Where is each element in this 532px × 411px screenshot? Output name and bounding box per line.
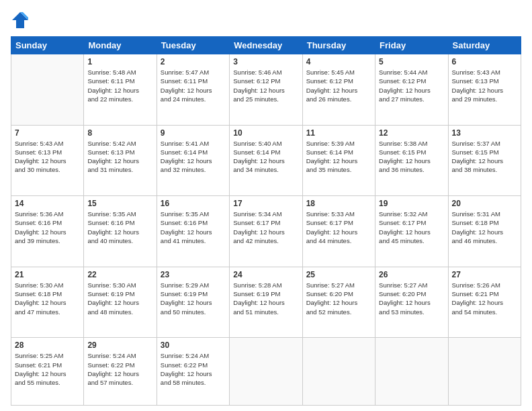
day-info: Sunrise: 5:37 AM Sunset: 6:15 PM Dayligh… bbox=[452, 139, 517, 175]
day-number: 3 bbox=[233, 57, 298, 66]
calendar-table: SundayMondayTuesdayWednesdayThursdayFrid… bbox=[11, 36, 521, 406]
day-info: Sunrise: 5:26 AM Sunset: 6:21 PM Dayligh… bbox=[452, 281, 517, 316]
day-number: 12 bbox=[379, 128, 444, 138]
day-number: 2 bbox=[161, 57, 226, 66]
day-number: 14 bbox=[15, 199, 80, 208]
day-number: 15 bbox=[87, 199, 152, 208]
svg-marker-0 bbox=[12, 12, 28, 28]
calendar-cell: 2Sunrise: 5:47 AM Sunset: 6:11 PM Daylig… bbox=[157, 54, 229, 126]
calendar-cell: 9Sunrise: 5:41 AM Sunset: 6:14 PM Daylig… bbox=[157, 125, 229, 196]
calendar-cell: 17Sunrise: 5:34 AM Sunset: 6:17 PM Dayli… bbox=[230, 196, 302, 267]
day-number: 28 bbox=[15, 340, 80, 350]
calendar-cell: 6Sunrise: 5:43 AM Sunset: 6:13 PM Daylig… bbox=[448, 54, 521, 126]
day-info: Sunrise: 5:48 AM Sunset: 6:11 PM Dayligh… bbox=[87, 68, 152, 103]
calendar-cell: 21Sunrise: 5:30 AM Sunset: 6:18 PM Dayli… bbox=[11, 267, 84, 338]
day-info: Sunrise: 5:24 AM Sunset: 6:22 PM Dayligh… bbox=[87, 351, 152, 387]
calendar-cell: 30Sunrise: 5:24 AM Sunset: 6:22 PM Dayli… bbox=[157, 338, 229, 406]
day-info: Sunrise: 5:27 AM Sunset: 6:20 PM Dayligh… bbox=[306, 281, 371, 316]
day-info: Sunrise: 5:36 AM Sunset: 6:16 PM Dayligh… bbox=[15, 210, 80, 245]
calendar-cell: 13Sunrise: 5:37 AM Sunset: 6:15 PM Dayli… bbox=[448, 125, 521, 196]
day-info: Sunrise: 5:44 AM Sunset: 6:12 PM Dayligh… bbox=[379, 68, 444, 103]
day-info: Sunrise: 5:30 AM Sunset: 6:19 PM Dayligh… bbox=[87, 281, 152, 316]
logo bbox=[11, 11, 32, 30]
calendar-cell bbox=[230, 338, 302, 406]
calendar-cell bbox=[11, 54, 84, 126]
day-number: 5 bbox=[379, 57, 444, 66]
day-info: Sunrise: 5:45 AM Sunset: 6:12 PM Dayligh… bbox=[306, 68, 371, 103]
calendar-cell: 7Sunrise: 5:43 AM Sunset: 6:13 PM Daylig… bbox=[11, 125, 84, 196]
calendar-cell: 11Sunrise: 5:39 AM Sunset: 6:14 PM Dayli… bbox=[302, 125, 375, 196]
day-number: 20 bbox=[452, 199, 517, 208]
calendar-cell: 22Sunrise: 5:30 AM Sunset: 6:19 PM Dayli… bbox=[84, 267, 157, 338]
day-info: Sunrise: 5:33 AM Sunset: 6:17 PM Dayligh… bbox=[306, 210, 371, 245]
day-number: 29 bbox=[87, 340, 152, 350]
weekday-header: Tuesday bbox=[157, 37, 229, 54]
day-info: Sunrise: 5:29 AM Sunset: 6:19 PM Dayligh… bbox=[161, 281, 226, 316]
day-info: Sunrise: 5:32 AM Sunset: 6:17 PM Dayligh… bbox=[379, 210, 444, 245]
day-number: 27 bbox=[452, 270, 517, 279]
calendar-cell: 8Sunrise: 5:42 AM Sunset: 6:13 PM Daylig… bbox=[84, 125, 157, 196]
day-info: Sunrise: 5:34 AM Sunset: 6:17 PM Dayligh… bbox=[233, 210, 298, 245]
weekday-header: Thursday bbox=[302, 37, 375, 54]
day-info: Sunrise: 5:35 AM Sunset: 6:16 PM Dayligh… bbox=[87, 210, 152, 245]
calendar-cell: 4Sunrise: 5:45 AM Sunset: 6:12 PM Daylig… bbox=[302, 54, 375, 126]
day-info: Sunrise: 5:30 AM Sunset: 6:18 PM Dayligh… bbox=[15, 281, 80, 316]
day-number: 11 bbox=[306, 128, 371, 138]
day-number: 8 bbox=[87, 128, 152, 138]
day-number: 13 bbox=[452, 128, 517, 138]
page-header bbox=[11, 11, 521, 30]
day-number: 25 bbox=[306, 270, 371, 279]
day-info: Sunrise: 5:47 AM Sunset: 6:11 PM Dayligh… bbox=[161, 68, 226, 103]
day-info: Sunrise: 5:28 AM Sunset: 6:19 PM Dayligh… bbox=[233, 281, 298, 316]
calendar-cell: 14Sunrise: 5:36 AM Sunset: 6:16 PM Dayli… bbox=[11, 196, 84, 267]
logo-icon bbox=[11, 11, 30, 30]
day-number: 30 bbox=[161, 340, 226, 350]
day-number: 18 bbox=[306, 199, 371, 208]
day-number: 10 bbox=[233, 128, 298, 138]
calendar-cell: 29Sunrise: 5:24 AM Sunset: 6:22 PM Dayli… bbox=[84, 338, 157, 406]
day-number: 7 bbox=[15, 128, 80, 138]
day-number: 4 bbox=[306, 57, 371, 66]
weekday-header: Friday bbox=[375, 37, 448, 54]
day-number: 23 bbox=[161, 270, 226, 279]
weekday-header: Sunday bbox=[11, 37, 84, 54]
day-number: 6 bbox=[452, 57, 517, 66]
day-number: 17 bbox=[233, 199, 298, 208]
day-number: 26 bbox=[379, 270, 444, 279]
calendar-cell: 25Sunrise: 5:27 AM Sunset: 6:20 PM Dayli… bbox=[302, 267, 375, 338]
day-number: 24 bbox=[233, 270, 298, 279]
day-info: Sunrise: 5:43 AM Sunset: 6:13 PM Dayligh… bbox=[452, 68, 517, 103]
day-info: Sunrise: 5:46 AM Sunset: 6:12 PM Dayligh… bbox=[233, 68, 298, 103]
day-info: Sunrise: 5:39 AM Sunset: 6:14 PM Dayligh… bbox=[306, 139, 371, 175]
calendar-cell: 1Sunrise: 5:48 AM Sunset: 6:11 PM Daylig… bbox=[84, 54, 157, 126]
calendar-cell: 3Sunrise: 5:46 AM Sunset: 6:12 PM Daylig… bbox=[230, 54, 302, 126]
day-info: Sunrise: 5:24 AM Sunset: 6:22 PM Dayligh… bbox=[161, 351, 226, 387]
day-info: Sunrise: 5:42 AM Sunset: 6:13 PM Dayligh… bbox=[87, 139, 152, 175]
calendar-cell bbox=[448, 338, 521, 406]
calendar-cell bbox=[375, 338, 448, 406]
calendar-cell: 10Sunrise: 5:40 AM Sunset: 6:14 PM Dayli… bbox=[230, 125, 302, 196]
day-number: 16 bbox=[161, 199, 226, 208]
day-info: Sunrise: 5:35 AM Sunset: 6:16 PM Dayligh… bbox=[161, 210, 226, 245]
day-number: 1 bbox=[87, 57, 152, 66]
page-container: SundayMondayTuesdayWednesdayThursdayFrid… bbox=[0, 0, 532, 411]
calendar-cell: 12Sunrise: 5:38 AM Sunset: 6:15 PM Dayli… bbox=[375, 125, 448, 196]
day-info: Sunrise: 5:40 AM Sunset: 6:14 PM Dayligh… bbox=[233, 139, 298, 175]
day-number: 21 bbox=[15, 270, 80, 279]
calendar-cell bbox=[302, 338, 375, 406]
calendar-cell: 16Sunrise: 5:35 AM Sunset: 6:16 PM Dayli… bbox=[157, 196, 229, 267]
day-info: Sunrise: 5:31 AM Sunset: 6:18 PM Dayligh… bbox=[452, 210, 517, 245]
weekday-header: Monday bbox=[84, 37, 157, 54]
calendar-header-row: SundayMondayTuesdayWednesdayThursdayFrid… bbox=[11, 37, 521, 54]
calendar-cell: 20Sunrise: 5:31 AM Sunset: 6:18 PM Dayli… bbox=[448, 196, 521, 267]
day-info: Sunrise: 5:25 AM Sunset: 6:21 PM Dayligh… bbox=[15, 351, 80, 387]
day-info: Sunrise: 5:38 AM Sunset: 6:15 PM Dayligh… bbox=[379, 139, 444, 175]
day-number: 9 bbox=[161, 128, 226, 138]
weekday-header: Saturday bbox=[448, 37, 521, 54]
day-info: Sunrise: 5:43 AM Sunset: 6:13 PM Dayligh… bbox=[15, 139, 80, 175]
calendar-cell: 15Sunrise: 5:35 AM Sunset: 6:16 PM Dayli… bbox=[84, 196, 157, 267]
calendar-cell: 28Sunrise: 5:25 AM Sunset: 6:21 PM Dayli… bbox=[11, 338, 84, 406]
calendar-cell: 18Sunrise: 5:33 AM Sunset: 6:17 PM Dayli… bbox=[302, 196, 375, 267]
calendar-cell: 19Sunrise: 5:32 AM Sunset: 6:17 PM Dayli… bbox=[375, 196, 448, 267]
calendar-cell: 24Sunrise: 5:28 AM Sunset: 6:19 PM Dayli… bbox=[230, 267, 302, 338]
